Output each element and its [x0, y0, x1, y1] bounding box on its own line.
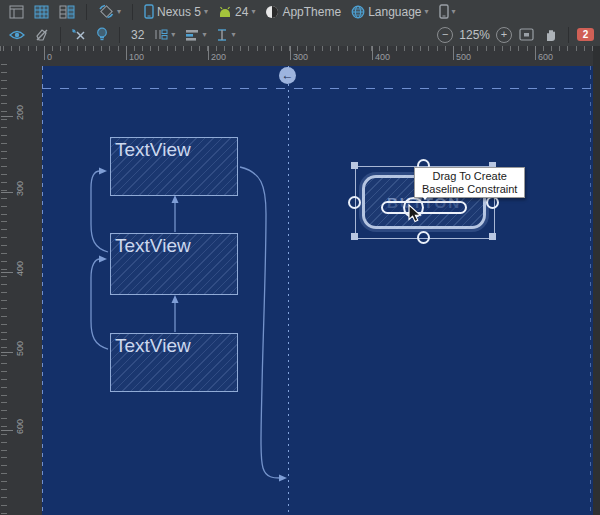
phone-icon	[144, 4, 154, 19]
ruler-label: 0	[47, 52, 52, 62]
blueprint-view-button[interactable]	[31, 3, 52, 21]
chevron-down-icon: ▾	[231, 31, 235, 39]
design-toolbar: ▾ Nexus 5 ▾ 24 ▾ AppTheme L	[0, 0, 600, 23]
ruler-major-tick	[208, 46, 209, 60]
tooltip-line-2: Baseline Constraint	[422, 183, 517, 196]
clear-constraints-icon	[72, 28, 86, 41]
ruler-major-tick	[453, 46, 454, 60]
ruler-horizontal: 0 100 200 300 400 500 600	[0, 46, 600, 64]
mouse-cursor	[408, 204, 422, 223]
api-selector[interactable]: 24 ▾	[215, 3, 258, 21]
eye-icon	[9, 29, 25, 41]
language-selector[interactable]: Language ▾	[348, 3, 431, 21]
cycle-chain-button[interactable]: ←	[279, 67, 296, 84]
ruler-label: 500	[456, 52, 471, 62]
android-icon	[218, 6, 232, 18]
ruler-label: 100	[129, 52, 144, 62]
chevron-down-icon: ▾	[202, 31, 206, 39]
zoom-in-button[interactable]: +	[496, 27, 512, 43]
editor-workspace: 0 100 200 300 400 500 600 200 300 400 50…	[0, 46, 600, 515]
chevron-down-icon: ▾	[251, 8, 255, 16]
zoom-to-fit-icon	[519, 28, 534, 41]
textview-label: TextView	[115, 139, 191, 160]
tooltip-line-1: Drag To Create	[422, 170, 517, 183]
ruler-label: 300	[15, 181, 25, 196]
ruler-major-tick	[1, 192, 13, 193]
phone-outline-icon	[439, 4, 449, 19]
infer-constraints-button[interactable]	[93, 25, 111, 44]
virtual-device-button[interactable]: ▾	[436, 2, 459, 21]
autoconnect-button[interactable]	[32, 26, 52, 44]
device-label: Nexus 5	[157, 5, 201, 19]
distribute-icon	[216, 28, 228, 42]
show-constraints-button[interactable]	[6, 27, 28, 43]
device-selector[interactable]: Nexus 5 ▾	[141, 2, 211, 21]
error-count-badge[interactable]: 2	[577, 28, 594, 41]
ruler-ticks-vertical	[1, 64, 7, 515]
constraint-toolbar: 32 ▾ ▾ ▾ − 125% +	[0, 23, 600, 47]
api-level-label: 24	[235, 5, 248, 19]
ruler-major-tick	[372, 46, 373, 60]
ruler-label: 200	[15, 105, 25, 120]
toolbar-separator	[132, 4, 133, 20]
pan-button[interactable]	[541, 26, 560, 44]
clear-constraints-button[interactable]	[69, 26, 89, 43]
vertical-guideline[interactable]	[288, 66, 289, 515]
textview-widget-3[interactable]: TextView	[110, 333, 238, 392]
layout-editor: ▾ Nexus 5 ▾ 24 ▾ AppTheme L	[0, 0, 600, 515]
baseline-handle[interactable]	[381, 201, 467, 214]
canvas-right-gutter	[593, 46, 600, 515]
textview-widget-2[interactable]: TextView	[110, 233, 238, 295]
align-button[interactable]: ▾	[182, 27, 209, 43]
guidelines-button[interactable]: ▾	[151, 26, 178, 43]
parent-top-edge	[42, 88, 593, 89]
zoom-out-button[interactable]: −	[437, 27, 453, 43]
design-view-button[interactable]	[6, 3, 27, 21]
hand-icon	[544, 28, 557, 42]
resize-handle-bottom-right[interactable]	[489, 233, 496, 240]
design-view-icon	[9, 5, 24, 19]
constraint-anchor-left[interactable]	[348, 196, 361, 209]
ruler-label: 300	[293, 52, 308, 62]
constraint-anchor-bottom[interactable]	[417, 231, 430, 244]
split-view-button[interactable]	[56, 3, 78, 21]
ruler-major-tick	[1, 272, 13, 273]
parent-left-edge	[42, 66, 43, 515]
ruler-label: 600	[15, 419, 25, 434]
lightbulb-icon	[96, 27, 108, 42]
ruler-major-tick	[1, 352, 13, 353]
ruler-major-tick	[535, 46, 536, 60]
guidelines-icon	[154, 28, 168, 41]
rotate-device-icon	[98, 4, 114, 19]
default-margin-button[interactable]: 32	[128, 26, 147, 44]
ruler-label: 500	[15, 341, 25, 356]
ruler-major-tick	[44, 46, 45, 60]
textview-widget-1[interactable]: TextView	[110, 137, 238, 196]
ruler-label: 200	[211, 52, 226, 62]
toolbar-separator	[60, 27, 61, 43]
distribute-button[interactable]: ▾	[213, 26, 238, 44]
tooltip-pointer	[420, 193, 430, 200]
blueprint-canvas[interactable]: ← TextVie	[42, 66, 593, 515]
toolbar-separator	[119, 27, 120, 43]
textview-label: TextView	[115, 335, 191, 356]
default-margin-value: 32	[131, 28, 144, 42]
ruler-vertical: 200 300 400 500 600	[0, 64, 42, 515]
orientation-button[interactable]: ▾	[95, 2, 124, 21]
language-label: Language	[368, 5, 421, 19]
resize-handle-bottom-left[interactable]	[351, 233, 358, 240]
resize-handle-top-left[interactable]	[351, 162, 358, 169]
textview-label: TextView	[115, 235, 191, 256]
chevron-down-icon: ▾	[171, 31, 175, 39]
ruler-major-tick	[1, 430, 13, 431]
chevron-down-icon: ▾	[425, 8, 429, 16]
theme-selector[interactable]: AppTheme	[262, 3, 344, 21]
zoom-level: 125%	[459, 28, 490, 42]
align-bars-icon	[185, 29, 199, 41]
ruler-major-tick	[290, 46, 291, 60]
ruler-label: 400	[375, 52, 390, 62]
zoom-to-fit-button[interactable]	[516, 26, 537, 43]
chevron-down-icon: ▾	[117, 8, 121, 16]
toolbar-separator	[86, 4, 87, 20]
split-view-icon	[59, 5, 75, 19]
